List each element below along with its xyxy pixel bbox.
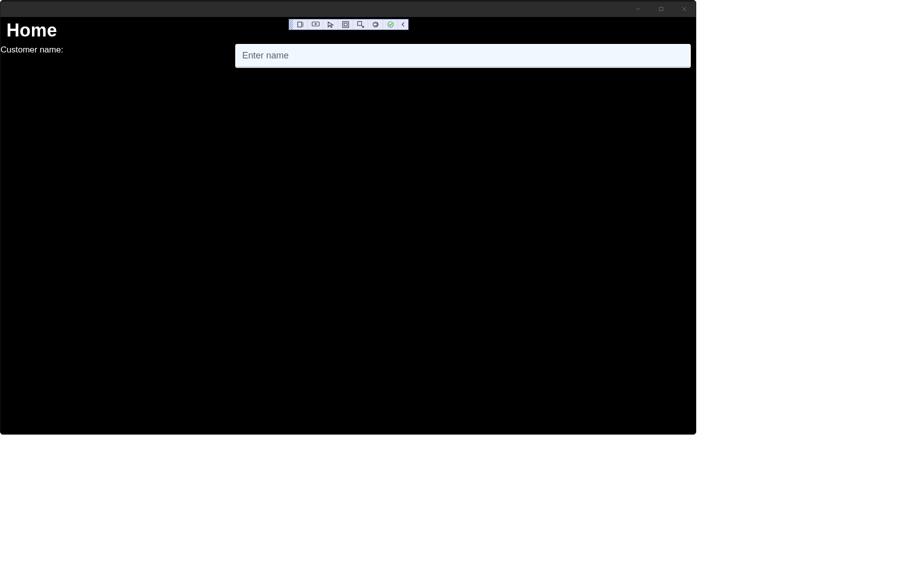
close-button[interactable]	[673, 0, 696, 17]
live-preview-button[interactable]	[308, 19, 323, 29]
select-element-button[interactable]	[323, 19, 338, 29]
toolbar-grip[interactable]	[289, 19, 293, 29]
status-ok-icon[interactable]	[383, 19, 398, 29]
content-area: Customer name:	[0, 44, 696, 434]
collapse-toolbar-button[interactable]	[398, 19, 408, 29]
minimize-button[interactable]	[627, 0, 650, 17]
svg-rect-4	[298, 22, 302, 27]
title-bar	[0, 0, 696, 17]
svg-rect-9	[344, 23, 347, 26]
hot-reload-button[interactable]	[368, 19, 383, 29]
svg-rect-10	[358, 21, 362, 25]
svg-rect-8	[343, 21, 349, 27]
page-title: Home	[6, 20, 57, 41]
customer-name-label: Customer name:	[0, 45, 235, 55]
display-layout-button[interactable]	[338, 19, 353, 29]
svg-rect-1	[660, 7, 663, 10]
svg-point-12	[388, 22, 393, 27]
title-bar-edge	[0, 0, 696, 1]
maximize-button[interactable]	[650, 0, 673, 17]
svg-rect-5	[312, 22, 319, 26]
live-visual-tree-button[interactable]	[293, 19, 308, 29]
customer-name-input-wrap	[235, 44, 696, 68]
svg-marker-7	[328, 22, 333, 27]
customer-name-input[interactable]	[235, 44, 691, 68]
app-window: Home Customer name:	[0, 0, 696, 435]
track-focus-button[interactable]	[353, 19, 368, 29]
diagnostics-toolbar[interactable]	[289, 19, 409, 30]
customer-name-row: Customer name:	[0, 44, 696, 68]
svg-point-6	[315, 23, 316, 25]
